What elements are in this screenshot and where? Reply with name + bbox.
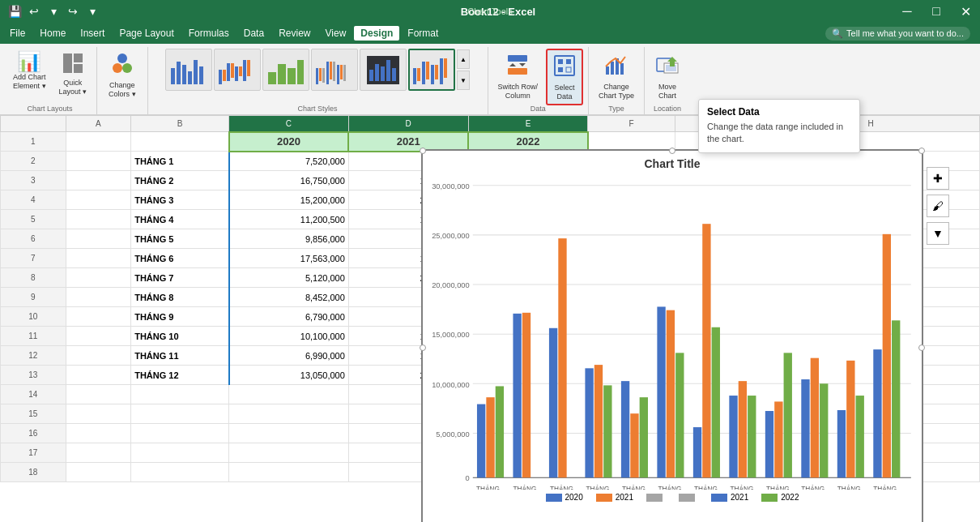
cell-b16[interactable] xyxy=(131,424,229,443)
cell-c15[interactable] xyxy=(229,404,349,424)
col-header-c[interactable]: C xyxy=(229,116,349,132)
cell-c12[interactable]: 6,990,000 xyxy=(229,346,349,366)
chart-handle-tr[interactable] xyxy=(918,148,925,154)
chart-overlay[interactable]: ✚ 🖌 ▼ Chart Title 30,000,000 25,000,000 … xyxy=(421,149,923,522)
cell-a1[interactable] xyxy=(66,132,131,152)
col-header-f[interactable]: F xyxy=(588,116,675,132)
cell-a5[interactable] xyxy=(66,210,131,229)
cell-c10[interactable]: 6,790,000 xyxy=(229,307,349,327)
cell-a7[interactable] xyxy=(66,249,131,268)
cell-b15[interactable] xyxy=(131,404,229,424)
cell-b17[interactable] xyxy=(131,443,229,463)
cell-b18[interactable] xyxy=(131,463,229,482)
cell-a6[interactable] xyxy=(66,229,131,249)
cell-a8[interactable] xyxy=(66,268,131,288)
move-chart-button[interactable]: MoveChart xyxy=(650,49,685,104)
add-chart-element-button[interactable]: 📊 Add ChartElement ▾ xyxy=(8,49,51,94)
cell-c16[interactable] xyxy=(229,424,349,443)
chart-styles-down[interactable]: ▼ xyxy=(457,71,470,90)
tell-me-input[interactable]: 🔍 Tell me what you want to do... xyxy=(825,27,970,41)
cell-c9[interactable]: 8,452,000 xyxy=(229,288,349,307)
menu-data[interactable]: Data xyxy=(237,26,271,41)
maximize-button[interactable]: □ xyxy=(922,0,951,23)
chart-styles-sidebar-button[interactable]: 🖌 xyxy=(927,195,949,217)
cell-a17[interactable] xyxy=(66,443,131,463)
cell-b8[interactable]: THÁNG 7 xyxy=(131,268,229,288)
cell-c5[interactable]: 11,200,500 xyxy=(229,210,349,229)
cell-a18[interactable] xyxy=(66,463,131,482)
cell-b7[interactable]: THÁNG 6 xyxy=(131,249,229,268)
save-button[interactable]: 💾 xyxy=(6,3,23,19)
chart-style-2[interactable] xyxy=(214,49,261,91)
cell-b11[interactable]: THÁNG 10 xyxy=(131,327,229,346)
cell-a3[interactable] xyxy=(66,171,131,190)
cell-b12[interactable]: THÁNG 11 xyxy=(131,346,229,366)
col-header-a[interactable]: A xyxy=(66,116,131,132)
cell-a16[interactable] xyxy=(66,424,131,443)
col-header-e[interactable]: E xyxy=(468,116,588,132)
menu-file[interactable]: File xyxy=(3,26,32,41)
close-button[interactable]: ✕ xyxy=(951,0,980,23)
col-header-d[interactable]: D xyxy=(348,116,468,132)
cell-c11[interactable]: 10,100,000 xyxy=(229,327,349,346)
menu-page-layout[interactable]: Page Layout xyxy=(113,26,180,41)
chart-handle-tl[interactable] xyxy=(420,148,426,154)
cell-b2[interactable]: THÁNG 1 xyxy=(131,152,229,171)
menu-insert[interactable]: Insert xyxy=(74,26,111,41)
chart-handle-left[interactable] xyxy=(420,344,426,351)
cell-a12[interactable] xyxy=(66,346,131,366)
cell-b1[interactable] xyxy=(131,132,229,152)
menu-review[interactable]: Review xyxy=(272,26,317,41)
cell-c8[interactable]: 5,120,000 xyxy=(229,268,349,288)
chart-style-6[interactable] xyxy=(408,49,455,91)
cell-b6[interactable]: THÁNG 5 xyxy=(131,229,229,249)
cell-a9[interactable] xyxy=(66,288,131,307)
cell-c18[interactable] xyxy=(229,463,349,482)
select-data-button[interactable]: SelectData xyxy=(546,49,583,105)
cell-a11[interactable] xyxy=(66,327,131,346)
undo-dropdown[interactable]: ▾ xyxy=(45,3,62,19)
col-header-b[interactable]: B xyxy=(131,116,229,132)
chart-handle-right[interactable] xyxy=(918,344,925,351)
undo-button[interactable]: ↩ xyxy=(26,3,42,19)
chart-style-4[interactable] xyxy=(311,49,358,91)
cell-d1[interactable]: 2021 xyxy=(348,132,468,152)
menu-view[interactable]: View xyxy=(319,26,353,41)
cell-a15[interactable] xyxy=(66,404,131,424)
cell-a2[interactable] xyxy=(66,152,131,171)
cell-a14[interactable] xyxy=(66,385,131,404)
chart-style-1[interactable] xyxy=(165,49,212,91)
cell-c3[interactable]: 16,750,000 xyxy=(229,171,349,190)
cell-c1[interactable]: 2020 xyxy=(229,132,349,152)
change-chart-type-button[interactable]: ChangeChart Type xyxy=(594,49,639,104)
cell-b9[interactable]: THÁNG 8 xyxy=(131,288,229,307)
menu-home[interactable]: Home xyxy=(33,26,72,41)
cell-b4[interactable]: THÁNG 3 xyxy=(131,190,229,210)
switch-row-column-button[interactable]: Switch Row/Column xyxy=(493,49,543,104)
cell-b3[interactable]: THÁNG 2 xyxy=(131,171,229,190)
cell-e1[interactable]: 2022 xyxy=(468,132,588,152)
cell-f1[interactable] xyxy=(588,132,675,152)
menu-design[interactable]: Design xyxy=(354,26,399,41)
minimize-button[interactable]: ─ xyxy=(893,0,922,23)
cell-b13[interactable]: THÁNG 12 xyxy=(131,366,229,385)
cell-a10[interactable] xyxy=(66,307,131,327)
cell-b14[interactable] xyxy=(131,385,229,404)
cell-c13[interactable]: 13,050,000 xyxy=(229,366,349,385)
spreadsheet[interactable]: A B C D E F G H 1 2020 2021 xyxy=(0,115,980,522)
chart-elements-button[interactable]: ✚ xyxy=(927,167,949,190)
cell-c4[interactable]: 15,200,000 xyxy=(229,190,349,210)
customize-qat-button[interactable]: ▾ xyxy=(84,3,100,19)
change-colors-button[interactable]: ChangeColors ▾ xyxy=(104,47,141,102)
menu-format[interactable]: Format xyxy=(401,26,445,41)
chart-style-5[interactable] xyxy=(360,49,407,91)
chart-style-3[interactable] xyxy=(262,49,309,91)
cell-a4[interactable] xyxy=(66,190,131,210)
cell-b10[interactable]: THÁNG 9 xyxy=(131,307,229,327)
cell-c7[interactable]: 17,563,000 xyxy=(229,249,349,268)
cell-c17[interactable] xyxy=(229,443,349,463)
cell-c6[interactable]: 9,856,000 xyxy=(229,229,349,249)
quick-layout-button[interactable]: QuickLayout ▾ xyxy=(54,49,92,100)
cell-c2[interactable]: 7,520,000 xyxy=(229,152,349,171)
cell-c14[interactable] xyxy=(229,385,349,404)
